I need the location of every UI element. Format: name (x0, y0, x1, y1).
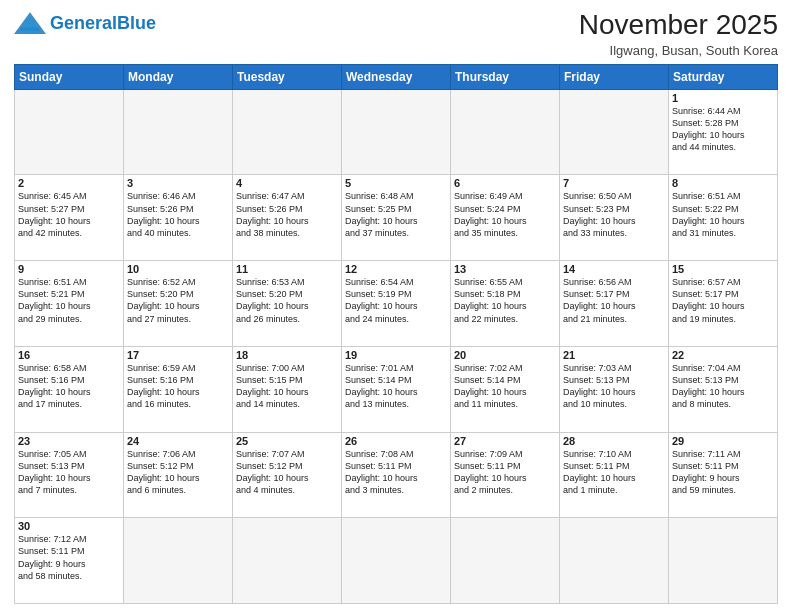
logo-icon (14, 10, 46, 38)
day-info: Sunrise: 6:47 AMSunset: 5:26 PMDaylight:… (236, 190, 338, 239)
day-info: Sunrise: 7:04 AMSunset: 5:13 PMDaylight:… (672, 362, 774, 411)
day-number: 11 (236, 263, 338, 275)
day-cell: 30Sunrise: 7:12 AMSunset: 5:11 PMDayligh… (15, 518, 124, 604)
week-row-0: 1Sunrise: 6:44 AMSunset: 5:28 PMDaylight… (15, 89, 778, 175)
day-number: 9 (18, 263, 120, 275)
day-number: 10 (127, 263, 229, 275)
week-row-4: 23Sunrise: 7:05 AMSunset: 5:13 PMDayligh… (15, 432, 778, 518)
day-info: Sunrise: 6:48 AMSunset: 5:25 PMDaylight:… (345, 190, 447, 239)
day-cell: 13Sunrise: 6:55 AMSunset: 5:18 PMDayligh… (451, 261, 560, 347)
day-number: 22 (672, 349, 774, 361)
day-number: 8 (672, 177, 774, 189)
day-info: Sunrise: 7:05 AMSunset: 5:13 PMDaylight:… (18, 448, 120, 497)
day-number: 26 (345, 435, 447, 447)
header: GeneralBlue November 2025 Ilgwang, Busan… (14, 10, 778, 58)
col-header-monday: Monday (124, 64, 233, 89)
logo-text: GeneralBlue (50, 14, 156, 34)
day-cell (669, 518, 778, 604)
week-row-1: 2Sunrise: 6:45 AMSunset: 5:27 PMDaylight… (15, 175, 778, 261)
day-cell: 3Sunrise: 6:46 AMSunset: 5:26 PMDaylight… (124, 175, 233, 261)
day-number: 1 (672, 92, 774, 104)
day-info: Sunrise: 7:10 AMSunset: 5:11 PMDaylight:… (563, 448, 665, 497)
day-cell: 10Sunrise: 6:52 AMSunset: 5:20 PMDayligh… (124, 261, 233, 347)
day-number: 18 (236, 349, 338, 361)
day-info: Sunrise: 6:51 AMSunset: 5:22 PMDaylight:… (672, 190, 774, 239)
day-number: 13 (454, 263, 556, 275)
day-info: Sunrise: 6:59 AMSunset: 5:16 PMDaylight:… (127, 362, 229, 411)
day-number: 17 (127, 349, 229, 361)
day-cell: 14Sunrise: 6:56 AMSunset: 5:17 PMDayligh… (560, 261, 669, 347)
day-info: Sunrise: 7:09 AMSunset: 5:11 PMDaylight:… (454, 448, 556, 497)
col-header-sunday: Sunday (15, 64, 124, 89)
day-cell (15, 89, 124, 175)
day-cell: 28Sunrise: 7:10 AMSunset: 5:11 PMDayligh… (560, 432, 669, 518)
day-number: 7 (563, 177, 665, 189)
day-info: Sunrise: 6:56 AMSunset: 5:17 PMDaylight:… (563, 276, 665, 325)
day-number: 23 (18, 435, 120, 447)
day-cell: 4Sunrise: 6:47 AMSunset: 5:26 PMDaylight… (233, 175, 342, 261)
day-cell: 9Sunrise: 6:51 AMSunset: 5:21 PMDaylight… (15, 261, 124, 347)
day-info: Sunrise: 6:44 AMSunset: 5:28 PMDaylight:… (672, 105, 774, 154)
day-number: 27 (454, 435, 556, 447)
day-cell: 2Sunrise: 6:45 AMSunset: 5:27 PMDaylight… (15, 175, 124, 261)
day-cell: 1Sunrise: 6:44 AMSunset: 5:28 PMDaylight… (669, 89, 778, 175)
calendar: SundayMondayTuesdayWednesdayThursdayFrid… (14, 64, 778, 604)
day-cell: 12Sunrise: 6:54 AMSunset: 5:19 PMDayligh… (342, 261, 451, 347)
day-cell (342, 89, 451, 175)
day-cell: 17Sunrise: 6:59 AMSunset: 5:16 PMDayligh… (124, 346, 233, 432)
day-cell: 25Sunrise: 7:07 AMSunset: 5:12 PMDayligh… (233, 432, 342, 518)
day-number: 19 (345, 349, 447, 361)
day-cell: 23Sunrise: 7:05 AMSunset: 5:13 PMDayligh… (15, 432, 124, 518)
day-info: Sunrise: 7:01 AMSunset: 5:14 PMDaylight:… (345, 362, 447, 411)
day-number: 4 (236, 177, 338, 189)
day-cell (124, 89, 233, 175)
day-cell: 8Sunrise: 6:51 AMSunset: 5:22 PMDaylight… (669, 175, 778, 261)
logo-general: General (50, 13, 117, 33)
day-info: Sunrise: 6:50 AMSunset: 5:23 PMDaylight:… (563, 190, 665, 239)
week-row-3: 16Sunrise: 6:58 AMSunset: 5:16 PMDayligh… (15, 346, 778, 432)
day-info: Sunrise: 6:51 AMSunset: 5:21 PMDaylight:… (18, 276, 120, 325)
day-cell: 20Sunrise: 7:02 AMSunset: 5:14 PMDayligh… (451, 346, 560, 432)
day-number: 6 (454, 177, 556, 189)
day-info: Sunrise: 7:06 AMSunset: 5:12 PMDaylight:… (127, 448, 229, 497)
day-info: Sunrise: 7:07 AMSunset: 5:12 PMDaylight:… (236, 448, 338, 497)
day-info: Sunrise: 6:49 AMSunset: 5:24 PMDaylight:… (454, 190, 556, 239)
day-cell (451, 89, 560, 175)
day-cell (560, 89, 669, 175)
logo: GeneralBlue (14, 10, 156, 38)
col-header-friday: Friday (560, 64, 669, 89)
day-info: Sunrise: 7:03 AMSunset: 5:13 PMDaylight:… (563, 362, 665, 411)
day-number: 5 (345, 177, 447, 189)
title-block: November 2025 Ilgwang, Busan, South Kore… (579, 10, 778, 58)
day-info: Sunrise: 7:11 AMSunset: 5:11 PMDaylight:… (672, 448, 774, 497)
day-number: 16 (18, 349, 120, 361)
day-cell: 6Sunrise: 6:49 AMSunset: 5:24 PMDaylight… (451, 175, 560, 261)
col-header-thursday: Thursday (451, 64, 560, 89)
day-cell: 19Sunrise: 7:01 AMSunset: 5:14 PMDayligh… (342, 346, 451, 432)
week-row-2: 9Sunrise: 6:51 AMSunset: 5:21 PMDaylight… (15, 261, 778, 347)
day-info: Sunrise: 6:58 AMSunset: 5:16 PMDaylight:… (18, 362, 120, 411)
page: GeneralBlue November 2025 Ilgwang, Busan… (0, 0, 792, 612)
day-cell (233, 89, 342, 175)
day-info: Sunrise: 6:57 AMSunset: 5:17 PMDaylight:… (672, 276, 774, 325)
day-cell: 22Sunrise: 7:04 AMSunset: 5:13 PMDayligh… (669, 346, 778, 432)
day-number: 14 (563, 263, 665, 275)
day-cell: 24Sunrise: 7:06 AMSunset: 5:12 PMDayligh… (124, 432, 233, 518)
day-cell: 16Sunrise: 6:58 AMSunset: 5:16 PMDayligh… (15, 346, 124, 432)
day-cell (560, 518, 669, 604)
day-info: Sunrise: 6:45 AMSunset: 5:27 PMDaylight:… (18, 190, 120, 239)
day-number: 2 (18, 177, 120, 189)
day-cell: 15Sunrise: 6:57 AMSunset: 5:17 PMDayligh… (669, 261, 778, 347)
week-row-5: 30Sunrise: 7:12 AMSunset: 5:11 PMDayligh… (15, 518, 778, 604)
day-info: Sunrise: 7:02 AMSunset: 5:14 PMDaylight:… (454, 362, 556, 411)
month-title: November 2025 (579, 10, 778, 41)
day-cell: 18Sunrise: 7:00 AMSunset: 5:15 PMDayligh… (233, 346, 342, 432)
day-info: Sunrise: 7:00 AMSunset: 5:15 PMDaylight:… (236, 362, 338, 411)
day-cell: 7Sunrise: 6:50 AMSunset: 5:23 PMDaylight… (560, 175, 669, 261)
svg-rect-2 (21, 27, 40, 30)
day-cell (124, 518, 233, 604)
logo-blue: Blue (117, 13, 156, 33)
day-cell: 21Sunrise: 7:03 AMSunset: 5:13 PMDayligh… (560, 346, 669, 432)
col-header-wednesday: Wednesday (342, 64, 451, 89)
day-cell: 5Sunrise: 6:48 AMSunset: 5:25 PMDaylight… (342, 175, 451, 261)
